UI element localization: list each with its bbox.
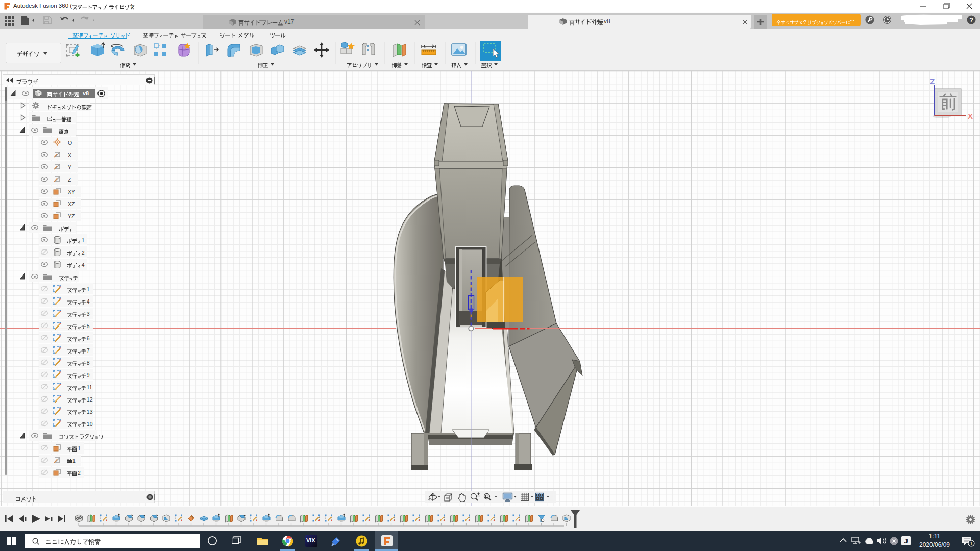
svg-text:Z: Z (930, 77, 935, 86)
svg-text:X: X (968, 112, 973, 120)
svg-text:?: ? (969, 17, 973, 24)
svg-text:J: J (904, 537, 908, 545)
svg-text:1: 1 (970, 541, 972, 546)
